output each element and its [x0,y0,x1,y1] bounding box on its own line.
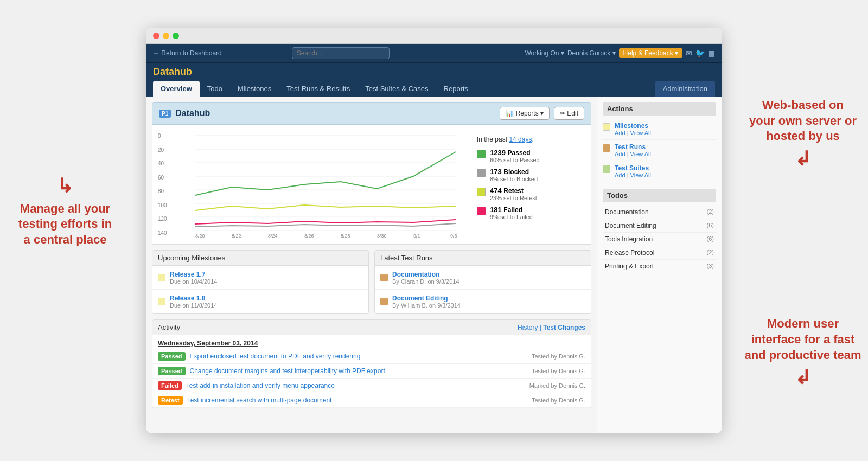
svg-text:9/1: 9/1 [413,233,420,239]
tab-todo[interactable]: Todo [200,81,230,97]
dot-green[interactable] [173,33,179,39]
app-title: Datahub [153,66,192,77]
annotation-right-bottom: Modern user interface for a fast and pro… [743,316,863,390]
milestone-link-1[interactable]: Release 1.7 [170,271,205,278]
testrun-link-1[interactable]: Documentation [392,271,439,278]
period-link[interactable]: 14 days [509,136,532,143]
annotation-right-top: Web-based on your own server or hosted b… [749,98,857,172]
browser-chrome [146,28,722,44]
status-badge-retest: Retest [158,396,183,405]
edit-button[interactable]: ✏ Edit [554,107,584,120]
activity-item-2: Passed Change document margins and test … [152,364,591,379]
retest-color [477,188,486,196]
chart-section: 140 120 100 80 60 40 20 0 [152,125,591,245]
tab-reports[interactable]: Reports [436,81,476,97]
tab-test-runs[interactable]: Test Runs & Results [279,81,358,97]
milestones-header: Upcoming Milestones [152,251,368,266]
svg-text:8/22: 8/22 [232,233,241,239]
page-wrapper: ↳ Manage all your testing efforts in a c… [0,0,868,461]
icon-buttons: ✉ 🐦 ▦ [686,49,715,57]
search-box [292,47,390,59]
todo-item-tools-integration[interactable]: Tools Integration (6) [603,233,716,246]
status-badge-failed: Failed [158,381,182,390]
main-content: P1 Datahub 📊 Reports ▾ ✏ Edit 140 [146,97,722,433]
milestone-link-2[interactable]: Release 1.8 [170,294,205,302]
tab-milestones[interactable]: Milestones [230,81,279,97]
sidebar-test-suites: Test Suites Add | View All [603,161,716,182]
test-suites-add-link[interactable]: Add [615,172,626,178]
activity-text-2[interactable]: Change document margins and test interop… [190,367,527,375]
nav-tabs: Overview Todo Milestones Test Runs & Res… [146,81,722,97]
svg-text:8/20: 8/20 [195,233,205,239]
testruns-header: Latest Test Runs [375,251,591,266]
activity-links: History | Test Changes [518,324,585,331]
app-header: ← Return to Dashboard Working On ▾ Denni… [146,44,722,97]
activity-tester-4: Tested by Dennis G. [532,397,585,404]
activity-item-1: Passed Export enclosed test document to … [152,349,591,364]
milestones-add-link[interactable]: Add [615,130,626,136]
milestone-item-1: Release 1.7 Due on 10/4/2014 [152,266,368,290]
blocked-color [477,169,486,177]
search-input[interactable] [292,47,390,59]
milestone-color-2 [158,298,165,305]
activity-text-4[interactable]: Test incremental search with multi-page … [187,396,527,404]
todo-item-document-editing[interactable]: Document Editing (6) [603,219,716,233]
chart-icon: 📊 [506,110,514,117]
browser-dots [153,33,715,39]
test-suites-view-link[interactable]: View All [630,172,651,178]
project-name: Datahub [175,108,499,118]
test-runs-view-link[interactable]: View All [630,151,651,157]
milestones-color-box [603,123,610,131]
status-badge-passed-2: Passed [158,367,186,375]
milestones-label[interactable]: Milestones [615,122,651,130]
todos-section-title: Todos [603,189,716,202]
project-actions: 📊 Reports ▾ ✏ Edit [500,107,584,120]
annotation-left: ↳ Manage all your testing efforts in a c… [16,174,114,248]
todo-item-printing-export[interactable]: Printing & Export (3) [603,260,716,273]
stat-passed: 1239 Passed 60% set to Passed [477,149,585,163]
testruns-panel: Latest Test Runs Documentation By Ciaran… [374,250,591,314]
activity-text-1[interactable]: Export enclosed test document to PDF and… [190,353,527,360]
project-badge: P1 [159,110,171,118]
right-sidebar: Actions Milestones Add | View All Test R… [597,97,722,433]
svg-text:9/3: 9/3 [450,233,457,239]
tab-administration[interactable]: Administration [655,81,715,97]
reports-button[interactable]: 📊 Reports ▾ [500,107,550,120]
test-changes-link[interactable]: Test Changes [543,324,585,331]
milestone-item-2: Release 1.8 Due on 11/8/2014 [152,290,368,313]
help-feedback-button[interactable]: Help & Feedback ▾ [619,48,682,58]
chart-svg: 8/20 8/22 8/24 8/26 8/28 8/30 9/1 9/3 [158,130,466,239]
testrun-item-2: Document Editing By William B. on 9/3/20… [375,290,591,313]
failed-color [477,207,486,215]
test-suites-label[interactable]: Test Suites [615,164,651,172]
status-badge-passed-1: Passed [158,352,186,361]
project-header: P1 Datahub 📊 Reports ▾ ✏ Edit [152,102,591,125]
testrun-color-2 [380,298,388,305]
milestones-view-link[interactable]: View All [630,130,651,136]
user-menu-button[interactable]: Dennis Gurock ▾ [567,49,616,57]
top-bar: ← Return to Dashboard Working On ▾ Denni… [146,44,722,63]
svg-text:8/24: 8/24 [268,233,278,239]
todos-section: Todos Documentation (2) Document Editing… [603,189,716,273]
activity-text-3[interactable]: Test add-in installation and verify menu… [186,382,525,389]
mail-icon[interactable]: ✉ [686,49,692,57]
return-to-dashboard-link[interactable]: ← Return to Dashboard [153,49,222,57]
test-runs-add-link[interactable]: Add [615,151,626,157]
activity-title: Activity [158,323,180,331]
todo-item-documentation[interactable]: Documentation (2) [603,206,716,219]
dot-yellow[interactable] [163,33,169,39]
test-runs-label[interactable]: Test Runs [615,143,651,151]
tab-test-suites[interactable]: Test Suites & Cases [358,81,436,97]
activity-tester-2: Tested by Dennis G. [532,368,585,374]
history-link[interactable]: History [518,324,538,331]
working-on-button[interactable]: Working On ▾ [525,49,564,57]
testrun-link-2[interactable]: Document Editing [392,294,448,302]
tab-overview[interactable]: Overview [153,81,200,97]
twitter-icon[interactable]: 🐦 [695,49,705,57]
activity-date: Wednesday, September 03, 2014 [152,335,591,349]
browser-window: ← Return to Dashboard Working On ▾ Denni… [146,28,722,433]
rss-icon[interactable]: ▦ [708,49,715,57]
dot-red[interactable] [153,33,159,39]
todo-item-release-protocol[interactable]: Release Protocol (2) [603,246,716,260]
app-title-bar: Datahub [146,63,722,81]
